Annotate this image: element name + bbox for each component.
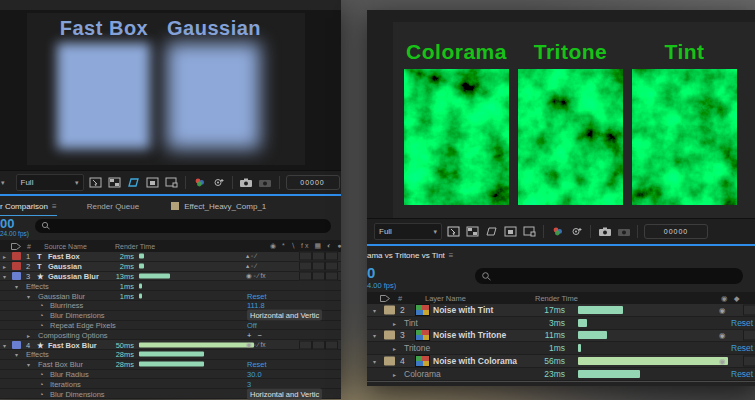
value-reset[interactable]: Reset bbox=[247, 291, 267, 300]
show-snapshot-icon[interactable] bbox=[258, 175, 273, 190]
label-tag-icon[interactable] bbox=[10, 242, 22, 251]
timeline-row[interactable]: ▸2TGaussian2ms▴ ◦ ∕ bbox=[0, 262, 341, 272]
transparency-grid-icon[interactable] bbox=[107, 175, 122, 190]
twirl-open-icon[interactable]: ▾ bbox=[27, 292, 30, 299]
exposure-icon[interactable] bbox=[569, 224, 584, 239]
timeline-row[interactable]: ▸Compositing Options+ − bbox=[0, 330, 341, 340]
value--[interactable]: + − bbox=[247, 330, 264, 339]
col-layer-name[interactable]: Layer Name bbox=[425, 294, 466, 303]
toggle-viewer-icon[interactable] bbox=[164, 175, 179, 190]
snapshot-camera-icon[interactable] bbox=[597, 224, 612, 239]
exposure-icon[interactable] bbox=[211, 175, 226, 190]
layer-switches[interactable]: ▴ ◦ ∕ bbox=[246, 262, 256, 270]
layer-switch-icons[interactable]: ◉ ◆ bbox=[721, 294, 741, 303]
value-reset[interactable]: Reset bbox=[731, 343, 753, 353]
parent-link-box[interactable] bbox=[325, 252, 338, 261]
current-time[interactable]: 0 bbox=[367, 264, 375, 281]
twirl-open-icon[interactable]: ▾ bbox=[15, 282, 18, 289]
tab-render-queue[interactable]: Render Queue bbox=[87, 202, 139, 211]
twirl-closed-icon[interactable]: ▸ bbox=[27, 331, 30, 338]
col-source-name[interactable]: Source Name bbox=[44, 243, 87, 250]
timeline-search-input[interactable] bbox=[475, 268, 743, 284]
stopwatch-icon[interactable]: ◔ bbox=[39, 311, 44, 320]
selection-region-icon[interactable] bbox=[446, 224, 461, 239]
magnification-dropdown[interactable]: Full▾ bbox=[374, 223, 442, 240]
parent-link-box[interactable] bbox=[299, 340, 312, 349]
timeline-row[interactable]: ▾Gaussian Blur1msReset bbox=[0, 291, 341, 301]
value-111-8[interactable]: 111.8 bbox=[247, 301, 265, 310]
show-channels-icon[interactable] bbox=[192, 175, 207, 190]
region-of-interest-icon[interactable] bbox=[503, 224, 518, 239]
col-render-time[interactable]: Render Time bbox=[115, 243, 155, 250]
parent-link-box[interactable] bbox=[743, 330, 755, 341]
tab-comparison[interactable]: r Comparison≡ bbox=[0, 202, 57, 211]
layer-label-color[interactable] bbox=[12, 272, 21, 280]
value-dropdown[interactable]: Horizontal and Vertic bbox=[247, 388, 322, 399]
timeline-row[interactable]: ◔Repeat Edge PixelsOff bbox=[0, 321, 341, 331]
transparency-grid-icon[interactable] bbox=[465, 224, 480, 239]
parent-link-box[interactable] bbox=[325, 271, 338, 280]
layer-label-color[interactable] bbox=[384, 331, 395, 340]
value-off[interactable]: Off bbox=[247, 320, 257, 329]
value-3[interactable]: 3 bbox=[247, 379, 251, 388]
chevron-down-icon[interactable]: ▾ bbox=[1, 179, 5, 187]
timeline-row[interactable]: ▸Colorama23msReset bbox=[367, 368, 755, 381]
stopwatch-icon[interactable]: ◔ bbox=[39, 369, 44, 378]
tab-colorama-comparison[interactable]: ama vs Tritone vs Tint≡ bbox=[367, 251, 453, 260]
parent-link-box[interactable] bbox=[299, 271, 312, 280]
col-index[interactable]: # bbox=[398, 294, 402, 303]
preview-timecode-field[interactable]: 00000 bbox=[286, 175, 340, 190]
timeline-row[interactable]: ▾Effects28ms bbox=[0, 350, 341, 360]
layer-switch-icons[interactable]: ◉ * ∖ fx ▦ ◐ ● bbox=[270, 242, 343, 250]
layer-switches[interactable]: ◉ ◦ ∕ fx bbox=[246, 341, 266, 349]
timeline-row[interactable]: ▸Tint3msReset bbox=[367, 317, 755, 330]
timeline-row[interactable]: ▸1TFast Box2ms▴ ◦ ∕ bbox=[0, 252, 341, 262]
timeline-row[interactable]: ▸Tritone1msReset bbox=[367, 342, 755, 355]
parent-link-box[interactable] bbox=[325, 262, 338, 271]
timeline-row[interactable]: ▾Effects1ms bbox=[0, 281, 341, 291]
show-snapshot-icon[interactable] bbox=[616, 224, 631, 239]
parent-link-box[interactable] bbox=[312, 252, 325, 261]
parent-link-box[interactable] bbox=[299, 252, 312, 261]
layer-switches[interactable]: ◉ ◦ ∕ fx bbox=[246, 272, 266, 280]
layer-label-color[interactable] bbox=[12, 341, 21, 349]
mask-visibility-icon[interactable] bbox=[126, 175, 141, 190]
twirl-open-icon[interactable]: ▾ bbox=[3, 341, 6, 348]
parent-link-box[interactable] bbox=[312, 340, 325, 349]
layer-label-color[interactable] bbox=[384, 305, 395, 314]
twirl-closed-icon[interactable]: ▸ bbox=[3, 253, 6, 260]
parent-link-box[interactable] bbox=[312, 262, 325, 271]
preview-timecode-field[interactable]: 00000 bbox=[644, 224, 708, 239]
parent-link-box[interactable] bbox=[325, 340, 338, 349]
timeline-row[interactable]: ▾3★Gaussian Blur13ms◉ ◦ ∕ fx bbox=[0, 272, 341, 282]
stopwatch-icon[interactable]: ◔ bbox=[39, 379, 44, 388]
stopwatch-icon[interactable]: ◔ bbox=[39, 389, 44, 398]
twirl-open-icon[interactable]: ▾ bbox=[15, 351, 18, 358]
toggle-viewer-icon[interactable] bbox=[522, 224, 537, 239]
twirl-open-icon[interactable]: ▾ bbox=[373, 306, 376, 313]
layer-switches[interactable]: ◉ bbox=[719, 305, 726, 314]
layer-label-color[interactable] bbox=[384, 357, 395, 366]
timeline-row[interactable]: ▾Fast Box Blur28msReset bbox=[0, 360, 341, 370]
parent-link-box[interactable] bbox=[743, 356, 755, 367]
value-reset[interactable]: Reset bbox=[247, 360, 267, 369]
current-time[interactable]: 00 bbox=[0, 216, 14, 231]
col-render-time[interactable]: Render Time bbox=[535, 294, 578, 303]
twirl-open-icon[interactable]: ▾ bbox=[27, 361, 30, 368]
twirl-open-icon[interactable]: ▾ bbox=[3, 272, 6, 279]
col-index[interactable]: # bbox=[27, 243, 31, 250]
magnification-dropdown[interactable]: Full▾ bbox=[16, 174, 84, 191]
stopwatch-icon[interactable]: ◔ bbox=[39, 301, 44, 310]
twirl-closed-icon[interactable]: ▸ bbox=[393, 319, 396, 326]
timeline-row[interactable]: ◔Blur Radius30.0 bbox=[0, 370, 341, 380]
twirl-open-icon[interactable]: ▾ bbox=[373, 332, 376, 339]
layer-switches[interactable]: ▴ ◦ ∕ bbox=[246, 252, 256, 260]
mask-visibility-icon[interactable] bbox=[484, 224, 499, 239]
twirl-closed-icon[interactable]: ▸ bbox=[393, 370, 396, 377]
layer-switches[interactable]: ◉ bbox=[719, 357, 726, 366]
layer-label-color[interactable] bbox=[12, 262, 21, 270]
layer-switches[interactable]: ◉ bbox=[719, 331, 726, 340]
value-dropdown[interactable]: Horizontal and Vertic bbox=[247, 310, 322, 321]
selection-region-icon[interactable] bbox=[88, 175, 103, 190]
value-reset[interactable]: Reset bbox=[731, 369, 753, 379]
